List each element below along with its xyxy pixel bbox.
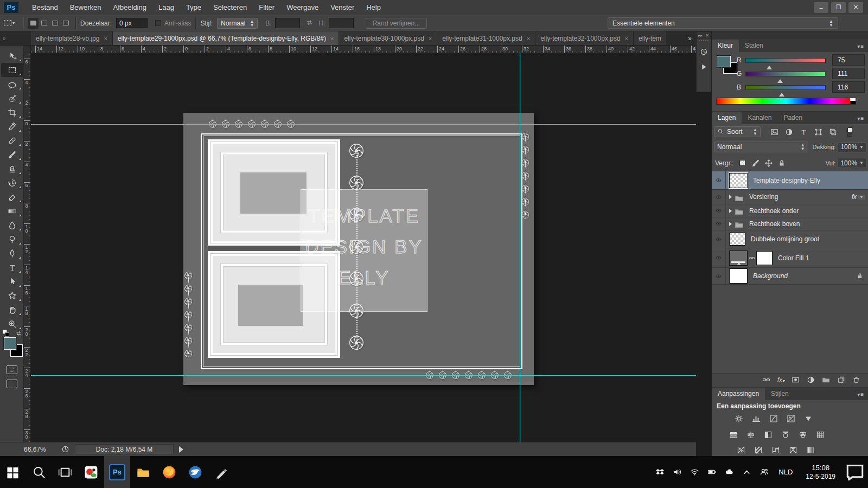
tool-custom-shape[interactable] (1, 288, 23, 303)
menu-type[interactable]: Type (180, 0, 207, 15)
layer-fx-badge[interactable]: fx▼ (852, 193, 868, 201)
height-input[interactable] (329, 18, 354, 28)
taskbar-pen-app-icon[interactable] (208, 456, 234, 488)
layer-visibility-eye-icon[interactable] (712, 217, 726, 230)
tab-overflow-icon[interactable]: » (684, 31, 696, 45)
link-layers-icon[interactable] (762, 376, 770, 384)
adjustment-color-lookup-icon[interactable] (814, 429, 826, 440)
document-tab[interactable]: elly-template31-1000px.psd× (437, 31, 535, 45)
layer-row[interactable]: Dubbele omlijning groot (712, 230, 868, 248)
taskbar-thunderbird-icon[interactable] (182, 456, 208, 488)
layer-thumbnail[interactable] (729, 268, 748, 284)
lock-transparency-icon[interactable] (738, 159, 747, 168)
document-canvas[interactable]: TEMPLATEDESIGN BYELLY (183, 113, 534, 385)
add-layer-mask-icon[interactable] (792, 376, 800, 384)
guide-horizontal-bottom[interactable] (31, 375, 696, 376)
feather-input[interactable] (116, 18, 148, 28)
tool-preset-picker[interactable]: ▾ (0, 20, 18, 26)
adjustment-gradient-map-icon[interactable] (804, 445, 816, 455)
layer-filter-select[interactable]: Soort▲▼ (714, 126, 761, 137)
channel-value[interactable]: 111 (832, 68, 865, 79)
tab-paden[interactable]: Paden (777, 112, 808, 124)
panel-collapse-chevrons[interactable]: » (0, 31, 31, 45)
tool-eyedropper[interactable] (1, 119, 23, 133)
screen-mode-icon[interactable] (7, 380, 17, 388)
document-tab[interactable]: elly-tem (634, 31, 666, 45)
layer-visibility-eye-icon[interactable] (712, 204, 726, 217)
tool-blur[interactable] (1, 218, 23, 232)
channel-value[interactable]: 116 (832, 81, 865, 93)
selection-mode-intersect[interactable] (60, 18, 71, 29)
blend-mode-select[interactable]: Normaal▲▼ (714, 142, 808, 152)
layer-name[interactable]: Dubbele omlijning groot (751, 235, 819, 243)
adjustment-brightness-contrast-icon[interactable] (732, 413, 745, 424)
menu-venster[interactable]: Venster (324, 0, 360, 15)
menu-bewerken[interactable]: Bewerken (64, 0, 107, 15)
tab-kanalen[interactable]: Kanalen (742, 112, 777, 124)
group-expand-icon[interactable] (729, 222, 732, 226)
tab-close-icon[interactable]: × (527, 35, 530, 42)
adjustment-threshold-icon[interactable] (769, 445, 782, 455)
style-select[interactable]: Normaal▲▼ (217, 18, 258, 29)
adjustment-levels-icon[interactable] (750, 413, 762, 424)
expand-dock-icon[interactable]: ▸▸ (698, 33, 703, 38)
layer-visibility-eye-icon[interactable] (712, 268, 726, 284)
layer-thumbnail[interactable] (729, 173, 748, 188)
history-panel-icon[interactable] (698, 45, 710, 58)
layer-style-fx-icon[interactable]: fx▾ (777, 376, 784, 384)
filter-pixel-layers-icon[interactable] (768, 126, 780, 137)
taskbar-irfanview-icon[interactable] (78, 456, 104, 488)
group-expand-icon[interactable] (729, 209, 732, 213)
tab-aanpassingen[interactable]: Aanpassingen (712, 388, 765, 400)
layer-visibility-eye-icon[interactable] (712, 230, 726, 248)
adjustment-color-balance-icon[interactable] (744, 429, 757, 440)
tool-quick-selection[interactable] (1, 91, 23, 105)
channel-slider[interactable] (745, 72, 826, 76)
tab-lagen[interactable]: Lagen (712, 112, 742, 124)
close-button[interactable]: ✕ (848, 2, 863, 13)
tool-path-selection[interactable] (1, 274, 23, 288)
layer-visibility-eye-icon[interactable] (712, 171, 726, 189)
tool-type[interactable]: T (1, 260, 23, 274)
document-tab[interactable]: elly-template28-vb.jpg× (31, 31, 113, 45)
tray-people-icon[interactable] (757, 465, 771, 479)
new-adjustment-layer-icon[interactable] (807, 376, 815, 384)
tool-gradient[interactable] (1, 204, 23, 218)
channel-slider[interactable] (745, 58, 826, 63)
layer-row[interactable]: Rechthoek onder (712, 204, 868, 217)
panel-menu-icon[interactable]: ▾≡ (857, 115, 868, 124)
tool-rectangular-marquee[interactable] (1, 63, 23, 77)
menu-weergave[interactable]: Weergave (280, 0, 324, 15)
adjustment-selective-color-icon[interactable] (787, 445, 799, 455)
tray-onedrive-icon[interactable] (722, 465, 736, 479)
lock-pixels-icon[interactable] (751, 159, 760, 168)
zoom-level-field[interactable]: 66,67% (24, 446, 46, 453)
menu-filter[interactable]: Filter (253, 0, 280, 15)
selection-mode-add[interactable] (39, 18, 49, 29)
document-size-indicator[interactable]: Doc: 2,18 M/6,54 M (75, 444, 174, 454)
layer-name[interactable]: Background (753, 272, 788, 280)
swap-colors-icon[interactable] (15, 330, 22, 337)
close-dock-icon[interactable]: ✕ (705, 33, 709, 38)
tab-kleur[interactable]: Kleur (712, 40, 739, 52)
tool-brush[interactable] (1, 147, 23, 162)
menu-bestand[interactable]: Bestand (26, 0, 64, 15)
group-expand-icon[interactable] (729, 195, 732, 199)
menu-afbeelding[interactable]: Afbeelding (107, 0, 152, 15)
taskbar-file-explorer-icon[interactable] (130, 456, 156, 488)
tab-stalen[interactable]: Stalen (739, 40, 769, 52)
taskbar-search-icon[interactable] (26, 456, 52, 488)
layer-visibility-eye-icon[interactable] (712, 248, 726, 267)
tool-clone-stamp[interactable] (1, 162, 23, 176)
foreground-color[interactable] (4, 337, 16, 350)
width-input[interactable] (275, 18, 300, 28)
status-options-arrow[interactable] (179, 446, 187, 453)
adjustment-photo-filter-icon[interactable] (779, 429, 792, 440)
layer-row[interactable]: Rechthoek boven (712, 217, 868, 230)
channel-value[interactable]: 75 (832, 54, 865, 66)
tool-eraser[interactable] (1, 190, 23, 204)
tool-crop[interactable] (1, 105, 23, 119)
filter-shape-layers-icon[interactable] (812, 126, 824, 137)
taskbar-clock[interactable]: 15:08 12-5-2019 (800, 464, 841, 481)
document-tab[interactable]: elly-template32-1000px.psd× (535, 31, 634, 45)
